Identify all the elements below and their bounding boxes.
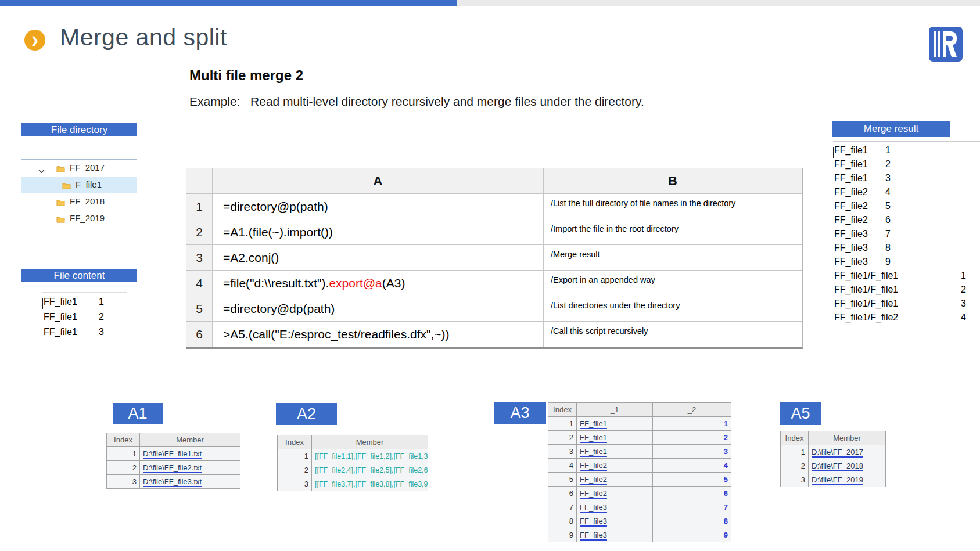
slide-subtitle: Multi file merge 2	[189, 67, 303, 84]
merge-result-row: FF_file11	[833, 145, 968, 159]
index-cell: 3	[278, 477, 312, 491]
comment-cell-b3[interactable]: /Merge result	[544, 245, 802, 271]
table-row: 2D:\file\FF_2018	[781, 459, 886, 473]
tree-item-label: FF_2018	[70, 196, 105, 206]
merge-result-name: FF_file2	[834, 215, 868, 225]
comment-cell-b5[interactable]: /List directories under the directory	[544, 296, 802, 322]
raqsoft-logo-icon	[928, 26, 963, 64]
table-row: 3D:\file\FF_file3.txt	[107, 475, 240, 489]
comment-cell-b6[interactable]: /Call this script recursively	[544, 322, 802, 347]
table-row: 1[[FF_file1,1],[FF_file1,2],[FF_file1,3]…	[278, 449, 428, 463]
merge-result-name: FF_file2	[834, 201, 868, 211]
cell-badge-a1: A1	[113, 403, 163, 424]
chevron-down-icon[interactable]	[38, 165, 45, 175]
member-link[interactable]: D:\file\FF_file3.txt	[140, 475, 240, 489]
code-cell-a3[interactable]: =A2.conj()	[213, 245, 544, 271]
index-cell: 3	[107, 475, 140, 489]
file-content-row: FF_file12	[42, 311, 127, 326]
index-cell: 1	[278, 449, 312, 463]
value-cell: 6	[653, 487, 731, 500]
merge-result-value: 1	[885, 145, 891, 156]
member-link[interactable]: D:\file\FF_file2.txt	[140, 461, 240, 475]
index-cell: 1	[548, 417, 577, 431]
member-link[interactable]: FF_file1	[577, 445, 653, 459]
merge-result-row: FF_file26	[833, 214, 968, 228]
value-cell: 2	[653, 431, 731, 445]
member-link[interactable]: D:\file\FF_2019	[809, 473, 886, 487]
file-content-name: FF_file1	[44, 312, 77, 322]
bullet-arrow-icon: ❯	[24, 30, 45, 51]
value-cell: [[FF_file2,4],[FF_file2,5],[FF_file2,6]]	[312, 463, 428, 477]
tree-item-label: FF_2019	[70, 213, 105, 223]
comment-cell-b4[interactable]: /Export in an appended way	[544, 271, 802, 296]
merge-result-value: 7	[885, 229, 891, 239]
merge-result-row: FF_file1/F_file24	[833, 312, 968, 326]
top-accent-bar	[0, 0, 457, 6]
merge-result-label: Merge result	[832, 121, 950, 137]
member-link[interactable]: D:\file\FF_2018	[809, 459, 886, 473]
folder-icon	[62, 181, 71, 191]
table-row: 9FF_file39	[548, 528, 731, 542]
index-cell: 9	[548, 528, 577, 542]
result-column-header: _2	[653, 403, 731, 417]
table-row: 1FF_file11	[548, 417, 731, 431]
merge-result-row: FF_file1/F_file12	[833, 284, 968, 298]
index-cell: 3	[548, 445, 577, 459]
index-cell: 6	[548, 487, 577, 500]
code-cell-a6[interactable]: >A5.(call("E:/esproc_test/readfiles.dfx"…	[213, 322, 544, 347]
value-cell: 5	[653, 473, 731, 487]
member-link[interactable]: FF_file3	[577, 514, 653, 528]
code-cell-a4[interactable]: =file("d:\\result.txt").export@a(A3)	[213, 271, 544, 296]
member-link[interactable]: FF_file1	[577, 431, 653, 445]
index-cell: 1	[781, 445, 809, 459]
column-header-a[interactable]: A	[213, 168, 544, 194]
code-cell-a5[interactable]: =directory@dp(path)	[213, 296, 544, 322]
member-link[interactable]: FF_file2	[577, 473, 653, 487]
index-cell: 2	[107, 461, 140, 475]
member-link[interactable]: FF_file3	[577, 500, 653, 514]
member-link[interactable]: D:\file\FF_file1.txt	[140, 447, 240, 461]
code-cell-a2[interactable]: =A1.(file(~).import())	[213, 219, 544, 245]
code-cell-a1[interactable]: =directory@p(path)	[213, 194, 544, 219]
row-header-4[interactable]: 4	[186, 271, 213, 296]
merge-result-name: FF_file1	[834, 173, 868, 183]
merge-result-value: 4	[885, 187, 891, 197]
file-content-value: 3	[99, 327, 104, 337]
merge-result-row: FF_file1/F_file13	[833, 298, 968, 312]
tree-item-f_file1[interactable]: F_file1	[21, 177, 137, 193]
text-cursor	[42, 298, 43, 309]
table-row: 3[[FF_file3,7],[FF_file3,8],[FF_file3,9]…	[278, 477, 428, 491]
member-link[interactable]: FF_file2	[577, 459, 653, 473]
folder-icon	[56, 198, 65, 208]
merge-result-name: FF_file1	[834, 159, 868, 170]
row-header-3[interactable]: 3	[186, 245, 213, 271]
tree-item-ff_2018[interactable]: FF_2018	[21, 193, 137, 210]
row-header-1[interactable]: 1	[186, 194, 213, 219]
tree-item-ff_2019[interactable]: FF_2019	[21, 210, 137, 227]
comment-cell-b1[interactable]: /List the full directory of file names i…	[544, 194, 802, 219]
merge-result-row: FF_file39	[833, 256, 968, 270]
member-link[interactable]: D:\file\FF_2017	[809, 445, 886, 459]
tree-item-label: F_file1	[76, 179, 102, 189]
result-column-header: Index	[548, 403, 577, 417]
member-link[interactable]: FF_file2	[577, 487, 653, 500]
value-cell: 3	[653, 445, 731, 459]
member-link[interactable]: FF_file3	[577, 528, 653, 542]
merge-result-value: 4	[961, 312, 966, 323]
tree-item-ff_2017[interactable]: FF_2017	[21, 160, 137, 177]
cell-badge-a5: A5	[780, 402, 821, 425]
value-cell: [[FF_file1,1],[FF_file1,2],[FF_file1,3]]	[312, 449, 428, 463]
table-row: 3D:\file\FF_2019	[781, 473, 886, 487]
column-header-b[interactable]: B	[544, 168, 802, 194]
comment-cell-b2[interactable]: /Import the file in the root directory	[544, 219, 802, 245]
row-header-2[interactable]: 2	[186, 219, 213, 245]
table-row: 2FF_file12	[548, 431, 731, 445]
result-table-a3: Index_1_21FF_file112FF_file123FF_file134…	[548, 402, 731, 542]
row-header-6[interactable]: 6	[186, 322, 213, 347]
member-link[interactable]: FF_file1	[577, 417, 653, 431]
merge-result-name: FF_file1/F_file2	[834, 312, 898, 323]
merge-result-name: FF_file1/F_file1	[834, 298, 898, 309]
merge-result-row: FF_file1/F_file11	[833, 270, 968, 284]
row-header-5[interactable]: 5	[186, 296, 213, 322]
value-cell: 8	[653, 514, 731, 528]
